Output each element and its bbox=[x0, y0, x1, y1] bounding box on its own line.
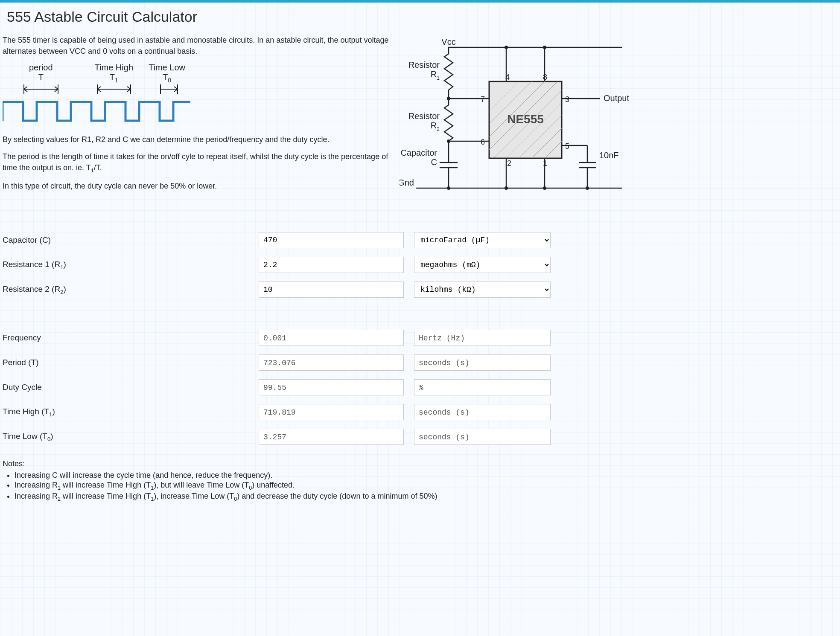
note-3: Increasing R2 will increase Time High (T… bbox=[15, 492, 630, 502]
svg-text:1: 1 bbox=[543, 159, 547, 168]
note-1: Increasing C will increase the cycle tim… bbox=[15, 471, 630, 480]
select-r1-unit[interactable]: megaohms (mΩ) bbox=[414, 257, 551, 273]
output-period-unit: seconds (s) bbox=[414, 354, 551, 371]
output-time-low: 3.257 bbox=[259, 429, 404, 445]
output-period: 723.076 bbox=[259, 354, 404, 371]
svg-text:2: 2 bbox=[507, 159, 511, 168]
label-duty: Duty Cycle bbox=[3, 383, 259, 392]
label-period: Period (T) bbox=[3, 358, 259, 367]
label-r1: Resistance 1 (R1) bbox=[3, 260, 259, 270]
svg-text:5: 5 bbox=[565, 142, 569, 151]
svg-text:Resistor: Resistor bbox=[408, 111, 440, 121]
svg-text:R2: R2 bbox=[431, 121, 440, 132]
label-period-word: period bbox=[29, 63, 53, 72]
svg-point-38 bbox=[447, 97, 450, 100]
circuit-diagram: NE555 bbox=[400, 35, 630, 218]
label-timelow-word: Time Low bbox=[149, 63, 185, 72]
svg-text:C: C bbox=[431, 157, 437, 167]
waveform-squarewave bbox=[3, 98, 203, 124]
output-time-low-unit: seconds (s) bbox=[414, 429, 551, 445]
label-capacitor: Capacitor (C) bbox=[3, 235, 259, 245]
intro-p4: In this type of circuit, the duty cycle … bbox=[3, 180, 389, 192]
waveform-labels: period T Time High T1 Time Low T0 bbox=[3, 63, 389, 84]
waveform-arrows bbox=[3, 84, 203, 96]
svg-point-44 bbox=[543, 186, 546, 190]
input-r2[interactable] bbox=[259, 282, 404, 298]
page-title: 555 Astable Circuit Calculator bbox=[0, 3, 840, 35]
svg-text:8: 8 bbox=[543, 73, 547, 81]
label-r2: Resistance 2 (R2) bbox=[3, 285, 259, 295]
label-period-sym: T bbox=[38, 73, 44, 82]
svg-text:3: 3 bbox=[565, 95, 569, 104]
svg-text:Capacitor: Capacitor bbox=[400, 148, 437, 157]
label-frequency: Frequency bbox=[3, 333, 259, 343]
svg-point-42 bbox=[447, 186, 450, 190]
input-r1[interactable] bbox=[259, 257, 404, 273]
svg-text:4: 4 bbox=[505, 73, 510, 81]
output-frequency: 0.001 bbox=[259, 330, 404, 346]
label-time-high: Time High (T1) bbox=[3, 407, 259, 418]
svg-text:Resistor: Resistor bbox=[408, 60, 440, 70]
divider bbox=[3, 315, 630, 315]
output-duty: 99.55 bbox=[259, 379, 404, 395]
output-duty-unit: % bbox=[414, 379, 551, 395]
label-vcc: Vcc bbox=[441, 37, 455, 46]
note-2: Increasing R1 will increase Time High (T… bbox=[15, 481, 630, 491]
label-10nf: 10nF bbox=[599, 151, 619, 160]
svg-point-45 bbox=[586, 186, 589, 190]
output-time-high: 719.819 bbox=[259, 404, 404, 420]
notes-section: Notes: Increasing C will increase the cy… bbox=[3, 459, 630, 502]
select-capacitor-unit[interactable]: microFarad (µF) bbox=[414, 232, 551, 248]
intro-p2: By selecting values for R1, R2 and C we … bbox=[3, 134, 389, 145]
input-capacitor[interactable] bbox=[259, 232, 404, 248]
output-frequency-unit: Hertz (Hz) bbox=[414, 330, 551, 346]
label-gnd: Gnd bbox=[400, 178, 414, 187]
svg-point-43 bbox=[505, 186, 508, 190]
svg-text:7: 7 bbox=[481, 95, 485, 104]
svg-point-39 bbox=[447, 139, 450, 143]
label-time-low: Time Low (T0) bbox=[3, 432, 259, 442]
label-output: Output bbox=[604, 93, 629, 103]
svg-point-40 bbox=[505, 46, 508, 49]
label-timehigh-word: Time High bbox=[95, 63, 133, 72]
svg-text:6: 6 bbox=[481, 138, 485, 146]
intro-p1: The 555 timer is capable of being used i… bbox=[3, 35, 389, 57]
select-r2-unit[interactable]: kilohms (kΩ) bbox=[414, 282, 551, 298]
intro-p3: The period is the length of time it take… bbox=[3, 151, 389, 174]
chip-label: NE555 bbox=[507, 113, 544, 126]
svg-text:R1: R1 bbox=[431, 70, 440, 81]
output-time-high-unit: seconds (s) bbox=[414, 404, 551, 420]
svg-point-41 bbox=[543, 46, 546, 49]
notes-title: Notes: bbox=[3, 459, 630, 468]
